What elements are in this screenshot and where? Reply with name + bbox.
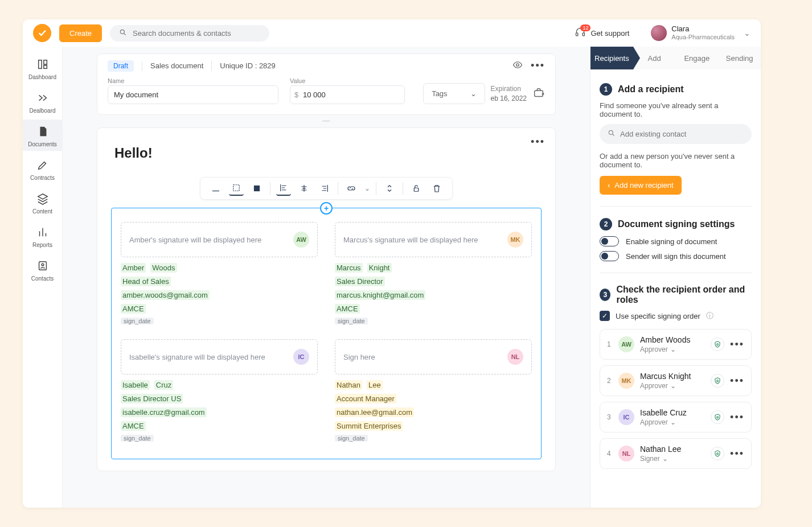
- add-existing-contact-search[interactable]: [600, 124, 752, 144]
- chevron-left-icon: ‹: [608, 181, 610, 190]
- support-badge: 12: [580, 24, 590, 31]
- chevron-down-icon: ⌄: [470, 89, 477, 98]
- svg-point-8: [516, 64, 519, 67]
- recipient-name: Amber Woods: [640, 335, 705, 344]
- nav-dealboard[interactable]: Dealboard: [23, 86, 63, 117]
- align-left-icon[interactable]: [276, 181, 291, 196]
- recipient-role-select[interactable]: Approver ⌄: [640, 382, 705, 390]
- tab-engage[interactable]: Engage: [676, 47, 719, 69]
- recipient-avatar: AW: [618, 336, 634, 352]
- format-toolbar: ⌄: [200, 177, 453, 200]
- recipient-role-select[interactable]: Approver ⌄: [640, 418, 705, 426]
- chevron-down-icon: ⌄: [670, 418, 676, 426]
- recipient-more-icon[interactable]: •••: [730, 375, 744, 387]
- doc-more-icon[interactable]: •••: [531, 60, 545, 72]
- section-add-recipient-sub: Find someone you've already sent a docum…: [600, 101, 752, 118]
- signature-field[interactable]: Amber's signature will be displayed here…: [121, 222, 318, 257]
- info-icon[interactable]: ⓘ: [706, 311, 713, 321]
- section-order-roles-title: Check the recipient order and roles: [616, 285, 752, 305]
- tab-sending[interactable]: Sending: [718, 47, 761, 69]
- nav-dashboard[interactable]: Dashboard: [23, 52, 63, 84]
- shield-icon[interactable]: [711, 374, 724, 388]
- search-icon: [608, 129, 616, 139]
- nav-content[interactable]: Content: [23, 187, 63, 218]
- align-center-icon[interactable]: [297, 181, 311, 196]
- recipient-more-icon[interactable]: •••: [730, 339, 744, 351]
- drag-handle[interactable]: ⸺: [63, 115, 590, 122]
- user-menu[interactable]: Clara Aqua-Pharmaceuticals ⌄: [651, 25, 751, 41]
- support-button[interactable]: 12 Get support: [575, 27, 629, 40]
- svg-rect-14: [717, 344, 718, 345]
- recipient-card[interactable]: 2 MK Marcus Knight Approver ⌄ •••: [600, 365, 752, 396]
- shield-icon[interactable]: [711, 410, 724, 424]
- recipient-name: Nathan Lee: [640, 444, 705, 454]
- recipient-name: Isabelle Cruz: [640, 408, 705, 417]
- recipient-more-icon[interactable]: •••: [730, 448, 744, 460]
- recipient-card[interactable]: 1 AW Amber Woods Approver ⌄ •••: [600, 329, 752, 360]
- toggle-sender-sign[interactable]: [600, 251, 619, 261]
- recipient-more-icon[interactable]: •••: [730, 411, 744, 423]
- tags-select[interactable]: Tags ⌄: [423, 83, 485, 104]
- preview-icon[interactable]: [512, 60, 523, 72]
- lock-icon[interactable]: [409, 181, 424, 196]
- recipient-avatar: MK: [618, 373, 634, 389]
- avatar-ic: IC: [293, 349, 309, 365]
- app-logo[interactable]: [33, 24, 51, 42]
- recipient-avatar: NL: [618, 446, 634, 462]
- user-name: Clara: [671, 25, 735, 34]
- doc-name-input[interactable]: [108, 85, 278, 104]
- signature-field[interactable]: Marcus's signature will be displayed her…: [335, 222, 532, 257]
- nav-reports[interactable]: Reports: [23, 220, 63, 252]
- tab-recipients[interactable]: Recipients: [590, 47, 633, 69]
- signature-block[interactable]: + Amber's signature will be displayed he…: [111, 208, 542, 459]
- svg-rect-9: [535, 90, 543, 96]
- doc-value-input[interactable]: [290, 85, 405, 104]
- align-right-icon[interactable]: [317, 181, 332, 196]
- nav-contacts[interactable]: Contacts: [23, 254, 63, 285]
- signature-field[interactable]: Sign here NL: [335, 339, 532, 374]
- briefcase-icon[interactable]: [532, 87, 545, 101]
- svg-rect-4: [43, 60, 47, 64]
- document-header: Draft Sales document Unique ID : 2829 ••…: [97, 53, 556, 115]
- svg-rect-3: [38, 60, 42, 69]
- chevron-down-icon[interactable]: ⌄: [364, 184, 370, 192]
- recipient-card[interactable]: 3 IC Isabelle Cruz Approver ⌄ •••: [600, 402, 752, 433]
- value-label: Value: [290, 77, 405, 84]
- svg-rect-11: [255, 186, 260, 191]
- doc-unique-id: Unique ID : 2829: [220, 61, 276, 70]
- recipient-name: Marcus Knight: [640, 372, 705, 381]
- nav-documents[interactable]: Documents: [23, 120, 63, 151]
- chevron-down-icon: ⌄: [744, 28, 751, 38]
- tool-line-icon[interactable]: [208, 181, 223, 196]
- sort-icon[interactable]: [382, 181, 397, 196]
- trash-icon[interactable]: [429, 181, 444, 196]
- recipient-role-select[interactable]: Signer ⌄: [640, 455, 705, 463]
- expiration-value: eb 16, 2022: [491, 94, 527, 104]
- page-title: Hello!: [114, 145, 542, 161]
- recipient-role-select[interactable]: Approver ⌄: [640, 345, 705, 353]
- svg-point-0: [120, 30, 124, 34]
- tool-select-icon[interactable]: [229, 181, 244, 196]
- name-label: Name: [108, 77, 278, 84]
- shield-icon[interactable]: [711, 337, 724, 351]
- shield-icon[interactable]: [711, 447, 724, 460]
- add-new-recipient-button[interactable]: ‹ Add new recipient: [600, 176, 682, 195]
- signature-field[interactable]: Isabelle's signature will be displayed h…: [121, 339, 318, 374]
- chevron-down-icon: ⌄: [662, 455, 668, 463]
- link-icon[interactable]: [344, 181, 359, 196]
- card-more-icon[interactable]: •••: [531, 136, 545, 148]
- avatar-nl: NL: [507, 349, 523, 365]
- section-signing-settings-title: Document signing settings: [618, 219, 735, 229]
- contact-search-input[interactable]: [620, 130, 744, 138]
- search-input[interactable]: [133, 29, 260, 38]
- recipient-card[interactable]: 4 NL Nathan Lee Signer ⌄ •••: [600, 438, 752, 469]
- nav-contracts[interactable]: Contracts: [23, 153, 63, 184]
- checkbox-signing-order[interactable]: ✓: [600, 311, 610, 321]
- create-button[interactable]: Create: [59, 24, 102, 42]
- add-node-button[interactable]: +: [320, 202, 333, 215]
- chevron-down-icon: ⌄: [670, 345, 676, 353]
- support-label: Get support: [590, 29, 629, 38]
- toggle-enable-signing[interactable]: [600, 236, 619, 246]
- tool-fill-icon[interactable]: [249, 181, 264, 196]
- global-search[interactable]: [110, 25, 269, 42]
